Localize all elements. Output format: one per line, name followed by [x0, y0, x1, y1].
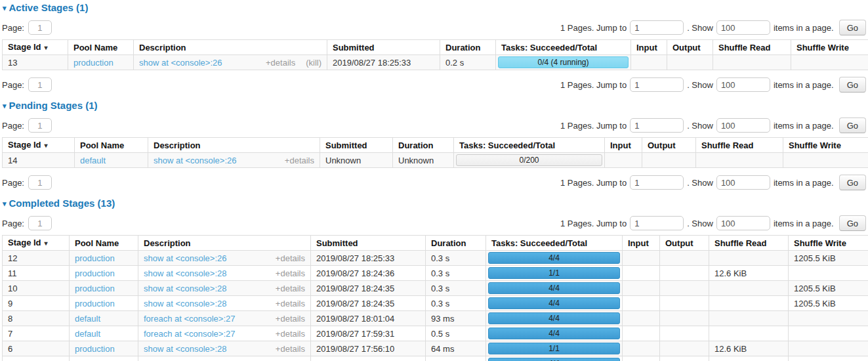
spark-stages-page: ▾Active Stages (1)Page:1 Pages. Jump to.…: [0, 0, 868, 361]
pagination-top-active: Page:1 Pages. Jump to. Showitems in a pa…: [2, 20, 866, 35]
column-header-shuffle-write[interactable]: Shuffle Write: [791, 40, 868, 55]
column-header-stage-id[interactable]: Stage Id▾: [3, 138, 75, 153]
task-progress-bar: 4/4: [488, 358, 620, 361]
cell-pool: production: [70, 341, 138, 356]
column-header-submitted[interactable]: Submitted: [320, 138, 393, 153]
details-link[interactable]: +details: [276, 299, 305, 308]
column-header-tasks-succeeded-total[interactable]: Tasks: Succeeded/Total: [486, 236, 623, 251]
column-header-input[interactable]: Input: [605, 138, 642, 153]
stage-description-link[interactable]: show at <console>:28: [144, 268, 226, 278]
details-link[interactable]: +details: [266, 58, 295, 68]
column-header-pool-name[interactable]: Pool Name: [68, 40, 134, 55]
page-left: Page:: [2, 20, 56, 35]
task-progress-bar: 4/4: [488, 282, 620, 294]
show-count-input[interactable]: [716, 216, 770, 230]
cell-output: [660, 266, 709, 281]
column-header-shuffle-read[interactable]: Shuffle Read: [696, 138, 783, 153]
jump-to-input[interactable]: [630, 175, 684, 190]
column-header-submitted[interactable]: Submitted: [311, 236, 426, 251]
column-header-output[interactable]: Output: [660, 236, 709, 251]
stage-description-link[interactable]: show at <console>:26: [139, 58, 222, 68]
pool-name-link[interactable]: production: [75, 253, 115, 263]
pool-name-link[interactable]: production: [75, 284, 115, 293]
details-link[interactable]: +details: [276, 344, 305, 354]
column-header-shuffle-read[interactable]: Shuffle Read: [713, 40, 791, 55]
column-header-duration[interactable]: Duration: [440, 40, 496, 55]
jump-to-input[interactable]: [630, 77, 684, 92]
column-header-pool-name[interactable]: Pool Name: [70, 236, 138, 251]
details-link[interactable]: +details: [276, 253, 305, 263]
page-number-input[interactable]: [28, 20, 52, 35]
details-link[interactable]: +details: [276, 329, 305, 339]
show-count-input[interactable]: [716, 77, 770, 92]
pool-name-link[interactable]: production: [75, 359, 115, 361]
stage-description-link[interactable]: foreach at <console>:27: [144, 329, 236, 339]
go-button[interactable]: Go: [839, 20, 866, 35]
column-header-stage-id[interactable]: Stage Id▾: [3, 236, 70, 251]
go-button[interactable]: Go: [839, 77, 866, 93]
details-link[interactable]: +details: [276, 359, 305, 361]
details-link[interactable]: +details: [276, 284, 305, 293]
jump-to-input[interactable]: [630, 20, 684, 35]
section-header-completed[interactable]: ▾Completed Stages (13): [3, 198, 866, 209]
column-header-description[interactable]: Description: [148, 138, 320, 153]
page-number-input[interactable]: [28, 77, 52, 92]
section-header-pending[interactable]: ▾Pending Stages (1): [3, 100, 866, 112]
show-count-input[interactable]: [716, 175, 770, 190]
show-count-input[interactable]: [716, 20, 770, 35]
column-header-submitted[interactable]: Submitted: [327, 40, 440, 55]
go-button[interactable]: Go: [839, 117, 866, 133]
jump-to-input[interactable]: [630, 118, 684, 133]
column-header-input[interactable]: Input: [623, 236, 660, 251]
page-number-input[interactable]: [28, 216, 52, 230]
page-number-input[interactable]: [28, 118, 52, 133]
pagination-bottom-active: Page:1 Pages. Jump to. Showitems in a pa…: [2, 77, 866, 93]
section-title-text: Pending Stages (1): [9, 100, 98, 111]
go-button[interactable]: Go: [839, 175, 866, 190]
go-button[interactable]: Go: [839, 215, 866, 231]
cell-stage-id: 5: [3, 356, 70, 361]
jump-to-input[interactable]: [630, 216, 684, 230]
column-header-shuffle-write[interactable]: Shuffle Write: [783, 138, 868, 153]
kill-link[interactable]: (kill): [306, 58, 321, 68]
column-header-input[interactable]: Input: [631, 40, 667, 55]
column-header-duration[interactable]: Duration: [426, 236, 486, 251]
page-number-input[interactable]: [28, 175, 52, 190]
column-header-stage-id[interactable]: Stage Id▾: [3, 40, 68, 55]
column-header-tasks-succeeded-total[interactable]: Tasks: Succeeded/Total: [454, 138, 605, 153]
stage-description-link[interactable]: show at <console>:28: [144, 299, 226, 308]
column-header-duration[interactable]: Duration: [393, 138, 454, 153]
column-header-shuffle-write[interactable]: Shuffle Write: [789, 236, 868, 251]
column-header-label: Stage Id: [8, 42, 41, 52]
stage-description-link[interactable]: foreach at <console>:27: [144, 314, 236, 324]
pool-name-link[interactable]: default: [75, 314, 100, 324]
show-count-input[interactable]: [716, 118, 770, 133]
column-header-description[interactable]: Description: [134, 40, 327, 55]
stage-row-12: 12productionshow at <console>:26+details…: [3, 251, 868, 266]
column-header-tasks-succeeded-total[interactable]: Tasks: Succeeded/Total: [496, 40, 631, 55]
cell-description: show at <console>:28+details: [138, 356, 311, 361]
details-link[interactable]: +details: [276, 268, 305, 278]
stage-row-5: 5productionshow at <console>:28+details2…: [3, 356, 868, 361]
column-header-output[interactable]: Output: [667, 40, 713, 55]
cell-tasks: 4/4: [486, 326, 623, 341]
section-header-active[interactable]: ▾Active Stages (1): [3, 3, 866, 14]
pool-name-link[interactable]: production: [75, 344, 115, 354]
stage-description-link[interactable]: show at <console>:28: [144, 344, 226, 354]
stage-description-link[interactable]: show at <console>:28: [144, 359, 226, 361]
column-header-shuffle-read[interactable]: Shuffle Read: [709, 236, 789, 251]
details-link[interactable]: +details: [285, 156, 314, 165]
pool-name-link[interactable]: default: [80, 156, 106, 165]
pool-name-link[interactable]: production: [75, 268, 115, 278]
pool-name-link[interactable]: production: [73, 58, 114, 68]
details-link[interactable]: +details: [276, 314, 305, 324]
stage-description-link[interactable]: show at <console>:26: [144, 253, 226, 263]
column-header-pool-name[interactable]: Pool Name: [75, 138, 148, 153]
column-header-description[interactable]: Description: [138, 236, 311, 251]
column-header-output[interactable]: Output: [642, 138, 696, 153]
pool-name-link[interactable]: production: [75, 299, 115, 308]
stage-description-link[interactable]: show at <console>:26: [154, 156, 236, 165]
pool-name-link[interactable]: default: [75, 329, 100, 339]
stage-description-link[interactable]: show at <console>:28: [144, 284, 226, 293]
cell-shuffle-write: [791, 55, 868, 70]
